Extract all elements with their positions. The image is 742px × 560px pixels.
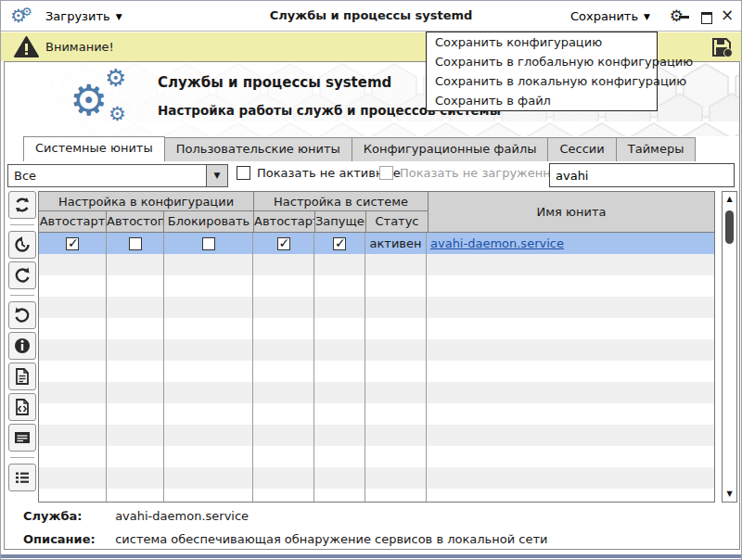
show-inactive-checkbox[interactable]: Показать не активные — [237, 166, 401, 180]
filter-bar: Все ▼ Показать не активные Показать не з… — [5, 161, 739, 189]
block-cfg-checkbox[interactable] — [202, 237, 215, 250]
col-autostart-sys[interactable]: Автостарт — [254, 211, 315, 232]
scroll-down-icon[interactable]: ▼ — [723, 487, 736, 502]
unit-source-button[interactable] — [8, 393, 36, 421]
description-label: Описание: — [23, 532, 111, 546]
info-icon — [13, 337, 32, 355]
save-button[interactable]: Сохранить▼ — [570, 1, 650, 31]
window-controls: × — [678, 1, 734, 31]
refresh-icon — [13, 196, 32, 214]
table-row-empty — [39, 275, 714, 297]
dependencies-button[interactable] — [8, 464, 36, 491]
autostop-cfg-checkbox[interactable] — [129, 237, 142, 250]
close-icon[interactable]: × — [721, 9, 734, 22]
vertical-scrollbar[interactable]: ▲ ▼ — [722, 191, 737, 503]
table-row-empty — [39, 382, 714, 403]
menu-item-save-config[interactable]: Сохранить конфигурацию — [427, 32, 657, 52]
toolbar-separator — [10, 295, 34, 296]
content-frame: ⚙ ⚙ ⚙ Службы и процессы systemd Настройк… — [4, 61, 740, 550]
table-row-empty — [39, 339, 714, 361]
search-input[interactable] — [549, 163, 735, 187]
col-status[interactable]: Статус — [366, 211, 428, 232]
scroll-up-icon[interactable]: ▲ — [723, 192, 736, 207]
page-title: Службы и процессы systemd — [158, 74, 391, 91]
unit-file-button[interactable] — [8, 363, 36, 390]
file-code-icon — [13, 398, 32, 416]
table-row-empty — [39, 297, 714, 318]
col-unit-name[interactable]: Имя юнита — [429, 192, 714, 232]
tab-user-units[interactable]: Пользовательские юниты — [164, 137, 352, 161]
show-unloaded-label: Показать не загруженные — [400, 166, 568, 180]
checkbox-icon — [379, 166, 393, 180]
dropdown-value: Все — [14, 165, 36, 186]
table-row-empty — [39, 425, 714, 446]
unit-type-dropdown[interactable]: Все ▼ — [7, 164, 228, 187]
log-view-button[interactable] — [8, 424, 36, 452]
table-row-empty — [39, 489, 714, 503]
autostart-sys-checkbox[interactable] — [277, 237, 290, 250]
toolbar-separator — [10, 457, 34, 458]
col-block-cfg[interactable]: Блокировать — [164, 211, 253, 232]
scrollbar-thumb[interactable] — [725, 210, 734, 244]
autostart-cfg-checkbox[interactable] — [66, 237, 79, 250]
table-empty-rows — [39, 254, 714, 503]
app-window: ⚙⚙ Загрузить▼ Службы и процессы systemd … — [0, 0, 742, 560]
tab-bar: Системные юниты Пользовательские юниты К… — [5, 136, 739, 161]
chevron-down-icon[interactable]: ▼ — [206, 165, 227, 186]
units-table: Настройка в конфигурации Автостарт Автос… — [38, 191, 715, 503]
menu-item-save-local-config[interactable]: Сохранить в локальную конфигурацию — [427, 71, 657, 91]
table-row-empty — [39, 467, 714, 489]
left-toolbar — [6, 191, 37, 503]
tab-system-units[interactable]: Системные юниты — [23, 136, 165, 161]
table-row-empty — [39, 446, 714, 467]
table-row[interactable]: активен avahi-daemon.service — [39, 233, 714, 254]
tab-timers[interactable]: Таймеры — [616, 137, 697, 161]
col-autostart-cfg[interactable]: Автостарт — [39, 211, 107, 232]
warning-icon — [14, 36, 39, 58]
table-row-empty — [39, 318, 714, 339]
tab-config-files[interactable]: Конфигурационные файлы — [352, 137, 549, 161]
table-row-empty — [39, 254, 714, 275]
window-bottom-edge — [1, 554, 741, 558]
app-logo-gears-icon: ⚙ ⚙ ⚙ — [70, 68, 134, 133]
info-button[interactable] — [8, 332, 36, 360]
title-bar: ⚙⚙ Загрузить▼ Службы и процессы systemd … — [1, 1, 741, 32]
tab-sessions[interactable]: Сессии — [547, 137, 616, 161]
undo-arrow-icon — [13, 306, 32, 325]
history-button[interactable] — [8, 231, 36, 259]
history-icon — [13, 235, 32, 254]
maximize-icon[interactable] — [699, 9, 712, 22]
menu-item-save-to-file[interactable]: Сохранить в файл — [427, 91, 657, 110]
undo-button[interactable] — [8, 301, 36, 329]
list-icon — [13, 468, 32, 487]
log-panel-icon — [13, 428, 32, 447]
save-dropdown-menu: Сохранить конфигурацию Сохранить в глоба… — [426, 32, 658, 111]
toolbar-separator — [10, 224, 34, 225]
table-row-empty — [39, 361, 714, 382]
warning-text: Внимание! — [45, 32, 114, 61]
save-file-icon[interactable] — [710, 36, 733, 58]
unit-name-link[interactable]: avahi-daemon.service — [430, 236, 564, 250]
col-autostop-cfg[interactable]: Автостоп — [107, 211, 164, 232]
redo-button[interactable] — [8, 261, 36, 289]
checkbox-icon[interactable] — [237, 166, 250, 180]
group-header-config: Настройка в конфигурации — [39, 192, 253, 211]
service-label: Служба: — [23, 509, 111, 523]
main-area: Настройка в конфигурации Автостарт Автос… — [5, 191, 739, 503]
file-icon — [13, 367, 32, 386]
save-button-label: Сохранить — [570, 9, 638, 23]
table-row-empty — [39, 403, 714, 425]
running-sys-checkbox[interactable] — [333, 237, 346, 250]
details-panel: Служба: avahi-daemon.service Описание: с… — [5, 503, 739, 549]
service-value: avahi-daemon.service — [115, 509, 249, 523]
col-running[interactable]: Запущен — [315, 211, 366, 232]
group-header-system: Настройка в системе — [254, 192, 428, 211]
minimize-icon[interactable] — [678, 9, 691, 22]
show-unloaded-checkbox: Показать не загруженные — [379, 166, 568, 180]
refresh-button[interactable] — [8, 191, 36, 219]
menu-item-save-global-config[interactable]: Сохранить в глобальную конфигурацию — [427, 52, 657, 71]
description-value: система обеспечивающая обнаружение серви… — [115, 532, 547, 546]
redo-arrow-icon — [13, 266, 32, 285]
status-cell: активен — [365, 233, 427, 254]
table-header: Настройка в конфигурации Автостарт Автос… — [39, 192, 714, 233]
